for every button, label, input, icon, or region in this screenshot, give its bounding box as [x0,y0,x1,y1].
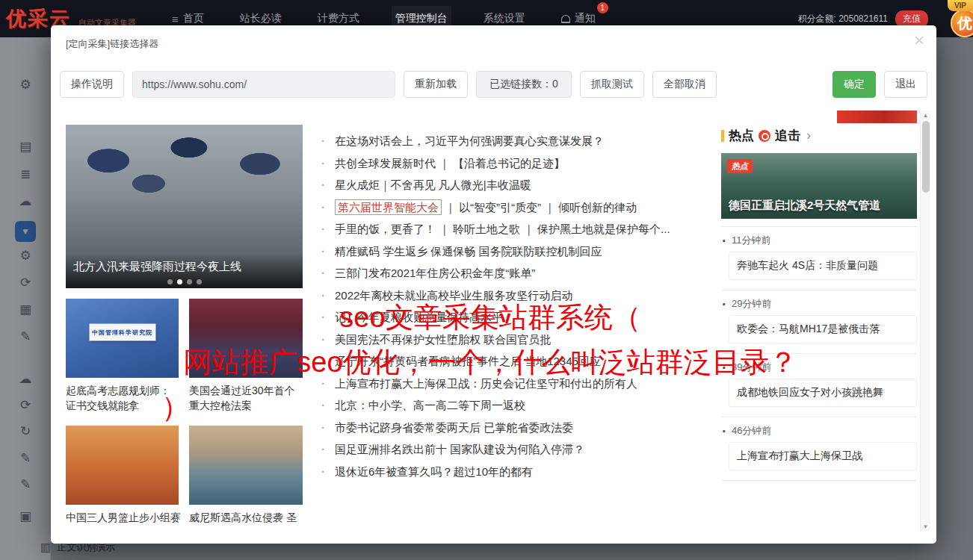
hot-item-title[interactable]: 奔驰车起火 4S店：非质量问题 [729,252,917,280]
news-card[interactable]: 中国管理科学研究院 起底高考志愿规划师：证书交钱就能拿 [66,299,179,413]
card-caption: 美国会通过近30年首个重大控枪法案 [189,383,303,413]
carousel-dot[interactable] [167,279,173,284]
card-caption: 威尼斯遇高水位侵袭 圣 [189,510,303,525]
venice-image [189,426,303,505]
hot-list: 11分钟前 奔驰车起火 4S店：非质量问题 29分钟前 欧委会：马航MH17是被… [721,226,917,481]
exit-button[interactable]: 退出 [884,71,927,98]
help-button[interactable]: 操作说明 [60,71,124,98]
academy-plaque: 中国管理科学研究院 [89,323,155,340]
hot-list-item[interactable]: 46分钟前 上海宣布打赢大上海保卫战 [721,417,917,481]
news-card[interactable]: 威尼斯遇高水位侵袭 圣 [189,426,303,525]
news-headline[interactable]: 星火成炬｜不舍再见 凡人微光|丰收温暖 [321,174,725,196]
news-headline[interactable]: 2022年离校未就业高校毕业生服务攻坚行动启动 [321,284,725,307]
nav-notifications-label: 通知 [575,12,596,25]
scroll-up-icon[interactable]: ▲ [921,112,930,119]
carousel-dot-active[interactable] [177,279,182,284]
page-scrollbar[interactable]: ▲ ▼ [920,111,930,532]
hot-list-item[interactable]: 11分钟前 奔驰车起火 4S店：非质量问题 [721,227,917,290]
yellow-bar-icon [721,130,724,142]
app-screen: 优采云 自动文章采集器 ≡ 首页 站长必读 计费方式 管理控制台 系统设置 通知… [0,0,973,560]
scrollbar-thumb[interactable] [922,121,930,193]
scroll-down-icon[interactable]: ▼ [921,523,930,530]
url-input[interactable] [132,71,395,98]
news-headline[interactable]: 上海宣布打赢大上海保卫战：历史会记住坚守和付出的所有人 [321,373,725,395]
menu-icon: ≡ [172,13,179,25]
hot-item-time: 11分钟前 [723,234,770,247]
vip-badge: VIP [948,0,973,11]
news-headline[interactable]: 记】今年夏粮收购总量保持高水平 [321,306,725,329]
hot-pursuit-icon [759,130,770,142]
hot-lead-story[interactable]: 热点 德国正重启北溪2号天然气管道 [721,153,917,219]
hot-item-time: 39分钟前 [723,361,771,374]
news-headline[interactable]: 辽宁丹东“持黄码者看病被拒”事件之后 当地12345回应 [321,350,725,373]
hot-lead-title: 德国正重启北溪2号天然气管道 [729,199,880,213]
news-card[interactable]: 美国会通过近30年首个重大控枪法案 [189,299,303,413]
notification-badge: 1 [597,2,608,13]
news-headline[interactable]: 市委书记跻身省委常委两天后 已掌舵省委政法委 [321,417,725,439]
news-card[interactable]: 中国三人男篮止步小组赛 [66,426,179,525]
hot-item-title[interactable]: 上海宣布打赢大上海保卫战 [729,442,917,470]
news-headline[interactable]: 共创全球发展新时代 ｜ 【沿着总书记的足迹】 [321,152,725,175]
hot-item-title[interactable]: 成都地铁回应女子对小孩跳艳舞 [729,379,917,407]
modal-title: [定向采集]链接选择器 [66,37,158,51]
hot-title-left: 热点 [729,127,754,144]
hot-list-item[interactable]: 29分钟前 欧委会：马航MH17是被俄击落 [721,290,917,354]
hot-item-time: 46分钟前 [723,424,771,438]
modal-toolbar: 操作说明 重新加载 已选链接数：0 抓取测试 全部取消 确定 退出 [60,71,927,98]
basketball-image [66,426,179,505]
news-headline-highlighted[interactable]: 第六届世界智能大会 ｜ 以“智变”引“质变” ｜ 倾听创新的律动 [321,196,725,219]
selected-link-highlight[interactable]: 第六届世界智能大会 [335,199,442,215]
hot-title-right: 追击 [775,127,800,144]
congress-image [189,299,303,378]
news-headline[interactable]: 手里的饭，更香了！ ｜ 聆听土地之歌 ｜ 保护黑土地就是保护每个... [321,218,725,240]
corner-logo-icon: 优 [951,9,973,37]
carousel-dots[interactable] [66,279,303,284]
bell-icon [561,15,570,23]
news-headline[interactable]: 三部门发布2021年住房公积金年度“账单” [321,262,725,284]
news-headline-rest: ｜ 以“智变”引“质变” ｜ 倾听创新的律动 [442,201,637,214]
academy-image: 中国管理科学研究院 [66,299,179,378]
link-selector-modal: [定向采集]链接选择器 × 操作说明 重新加载 已选链接数：0 抓取测试 全部取… [51,25,936,544]
hot-pursuit-header[interactable]: 热点 追击 › [721,127,811,144]
selected-links-count: 已选链接数：0 [476,71,572,98]
embedded-page: 北方入汛来最强降雨过程今夜上线 中国管理科学研究院 起底高考志愿规划师：证书交钱… [66,111,930,532]
hot-list-item[interactable]: 39分钟前 成都地铁回应女子对小孩跳艳舞 [721,354,917,417]
card-caption: 起底高考志愿规划师：证书交钱就能拿 [66,383,179,413]
hot-item-time: 29分钟前 [723,297,771,311]
close-icon[interactable]: × [914,31,924,49]
news-headline[interactable]: 在这场对话会上，习近平为何强调要真心实意谋发展？ [321,130,725,152]
cropped-banner-image [837,111,917,123]
points-balance: 积分金额: 2050821611 [797,13,888,25]
carousel-dot[interactable] [197,279,202,284]
news-headline[interactable]: 美国宪法不再保护女性堕胎权 联合国官员批 [321,329,725,351]
hot-tag: 热点 [727,159,753,173]
confirm-button[interactable]: 确定 [833,71,876,98]
news-headline[interactable]: 精准赋码 学生返乡 保通保畅 国务院联防联控机制回应 [321,240,725,263]
news-headline[interactable]: 退休近6年被查算久吗？超过10年的都有 [321,461,725,483]
grab-test-button[interactable]: 抓取测试 [580,71,644,98]
cancel-all-button[interactable]: 全部取消 [652,71,717,98]
card-caption: 中国三人男篮止步小组赛 [66,510,179,525]
news-headline[interactable]: 国足亚洲排名跌出前十 国家队建设为何陷入停滞？ [321,438,725,461]
news-headline[interactable]: 北京：中小学、高一高二等下周一返校 [321,394,725,417]
hot-item-title[interactable]: 欧委会：马航MH17是被俄击落 [729,315,917,343]
reload-button[interactable]: 重新加载 [404,71,468,98]
carousel[interactable]: 北方入汛来最强降雨过程今夜上线 [66,125,303,288]
carousel-dot[interactable] [187,279,192,284]
nav-home-label: 首页 [183,12,204,25]
chevron-right-icon: › [806,128,811,143]
headline-list: 在这场对话会上，习近平为何强调要真心实意谋发展？ 共创全球发展新时代 ｜ 【沿着… [321,130,725,482]
